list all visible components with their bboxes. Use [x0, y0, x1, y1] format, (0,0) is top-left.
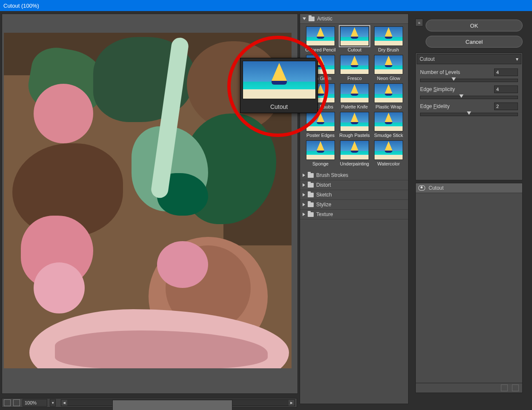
preview-h-scrollbar[interactable]: ◄ ► — [61, 399, 295, 406]
filter-thumb-smudge-stick[interactable]: Smudge Stick — [372, 112, 405, 138]
thumbnail-label: Sponge — [312, 161, 329, 166]
param-input[interactable] — [494, 85, 518, 93]
scroll-left-icon[interactable]: ◄ — [61, 400, 67, 406]
effect-layer-name: Cutout — [429, 185, 443, 191]
thumbnail-label: Dry Brush — [378, 47, 399, 52]
param-row: Number of Levels — [416, 65, 522, 76]
thumbnail-image — [374, 55, 403, 74]
thumbnail-label: Cutout — [348, 47, 361, 52]
filter-thumb-neon-glow[interactable]: Neon Glow — [372, 55, 405, 81]
collapse-gallery-button[interactable]: « — [415, 19, 423, 26]
filter-thumb-dry-brush[interactable]: Dry Brush — [372, 26, 405, 52]
popup-thumbnail — [243, 61, 316, 99]
folder-icon — [308, 173, 314, 178]
disclosure-right-icon — [303, 174, 305, 177]
filter-settings-panel: Cutout ▾ Number of LevelsEdge Simplicity… — [415, 53, 523, 180]
param-slider[interactable] — [420, 79, 518, 82]
category-label: Stylize — [316, 202, 331, 208]
category-brush-strokes[interactable]: Brush Strokes — [300, 171, 408, 180]
slider-knob[interactable] — [459, 94, 463, 98]
thumbnail-image — [340, 55, 369, 74]
filter-thumb-palette-knife[interactable]: Palette Knife — [338, 83, 371, 109]
category-label: Artistic — [317, 16, 332, 22]
param-row: Edge Simplicity — [416, 82, 522, 93]
filter-thumb-poster-edges[interactable]: Poster Edges — [304, 112, 337, 138]
effect-layers-panel: Cutout — [415, 183, 523, 393]
thumbnail-image — [306, 26, 335, 46]
popup-label: Cutout — [270, 103, 288, 110]
category-stylize[interactable]: Stylize — [300, 200, 408, 210]
cancel-button[interactable]: Cancel — [426, 36, 523, 48]
thumbnail-label: Neon Glow — [377, 76, 400, 81]
right-column: « OK Cancel Cutout ▾ Number of LevelsEdg… — [413, 14, 524, 403]
disclosure-right-icon — [303, 213, 305, 216]
thumbnail-label: Underpainting — [340, 161, 369, 166]
zoom-in-button[interactable] — [13, 399, 20, 406]
param-input[interactable] — [494, 102, 518, 110]
zoom-dropdown[interactable]: ▾ — [50, 399, 56, 407]
filter-thumb-underpainting[interactable]: Underpainting — [338, 140, 371, 166]
disclosure-right-icon — [303, 183, 305, 187]
chevron-up-icon: « — [418, 20, 420, 25]
category-distort[interactable]: Distort — [300, 180, 408, 190]
disclosure-right-icon — [303, 203, 305, 206]
category-label: Texture — [316, 211, 333, 217]
category-texture[interactable]: Texture — [300, 210, 408, 219]
window-titlebar: Cutout (100%) — [0, 0, 532, 11]
thumbnail-label: Colored Pencil — [305, 47, 336, 52]
filter-select-value: Cutout — [420, 56, 435, 62]
filter-thumb-fresco[interactable]: Fresco — [338, 55, 371, 81]
filter-thumb-sponge[interactable]: Sponge — [304, 140, 337, 166]
slider-knob[interactable] — [467, 111, 471, 115]
thumbnail-image — [374, 26, 403, 46]
zoom-readout[interactable]: 100% — [23, 399, 47, 407]
scroll-thumb[interactable] — [112, 400, 232, 410]
thumbnail-label: Poster Edges — [306, 133, 335, 138]
thumbnail-image — [306, 140, 335, 160]
window-title: Cutout (100%) — [3, 3, 39, 9]
filter-thumb-colored-pencil[interactable]: Colored Pencil — [304, 26, 337, 52]
folder-icon — [309, 17, 315, 21]
thumbnail-image — [340, 26, 369, 46]
filter-thumb-cutout[interactable]: Cutout — [338, 26, 371, 52]
folder-icon — [308, 202, 314, 207]
param-input[interactable] — [494, 68, 518, 76]
scroll-right-icon[interactable]: ► — [289, 400, 295, 406]
category-label: Brush Strokes — [316, 172, 348, 178]
thumbnail-label: Plastic Wrap — [375, 104, 402, 109]
chevron-down-icon: ▾ — [516, 56, 518, 62]
category-sketch[interactable]: Sketch — [300, 190, 408, 200]
zoom-out-button[interactable] — [4, 399, 11, 406]
zoom-bar: 100% ▾ ◄ ► — [2, 398, 297, 407]
slider-knob[interactable] — [452, 77, 456, 81]
thumbnail-label: Palette Knife — [341, 104, 368, 109]
disclosure-down-icon — [303, 17, 306, 20]
disclosure-right-icon — [303, 193, 305, 196]
delete-effect-layer-button[interactable] — [512, 384, 519, 391]
thumbnail-label: Watercolor — [378, 161, 400, 166]
thumbnail-image — [374, 83, 403, 103]
thumbnail-image — [340, 83, 369, 103]
param-slider[interactable] — [420, 96, 518, 99]
ok-button[interactable]: OK — [426, 20, 523, 31]
param-label: Edge Fidelity — [420, 103, 449, 109]
thumbnail-image — [306, 112, 335, 131]
filter-preview-popup: Cutout — [240, 58, 318, 113]
thumbnail-label: Smudge Stick — [374, 133, 403, 138]
filter-thumb-watercolor[interactable]: Watercolor — [372, 140, 405, 166]
thumbnail-image — [374, 112, 403, 131]
folder-icon — [308, 212, 314, 217]
filter-thumb-rough-pastels[interactable]: Rough Pastels — [338, 112, 371, 138]
category-label: Distort — [316, 182, 331, 188]
new-effect-layer-button[interactable] — [501, 384, 508, 391]
folder-icon — [308, 193, 314, 197]
filter-thumb-plastic-wrap[interactable]: Plastic Wrap — [372, 83, 405, 109]
effect-layer-row[interactable]: Cutout — [416, 183, 522, 193]
effect-layers-footer — [416, 383, 522, 393]
param-label: Edge Simplicity — [420, 86, 455, 92]
thumbnail-image — [374, 140, 403, 160]
filter-select[interactable]: Cutout ▾ — [417, 54, 521, 64]
category-artistic[interactable]: Artistic — [300, 14, 408, 24]
visibility-eye-icon[interactable] — [418, 185, 425, 191]
param-slider[interactable] — [420, 113, 518, 116]
